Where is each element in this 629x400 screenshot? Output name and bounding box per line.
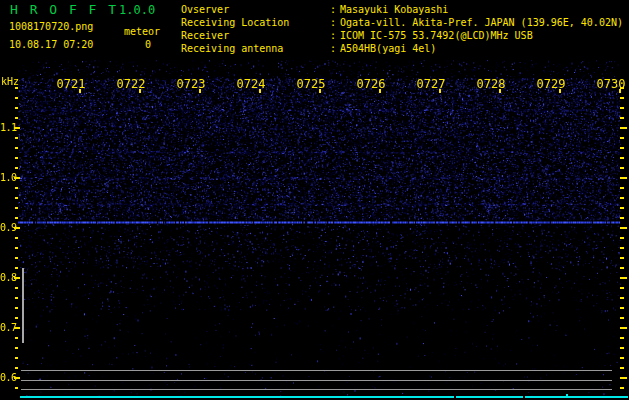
freq-minor-tick [15,217,18,219]
time-tick-label: 0722 [114,78,148,90]
level-trace-segment [20,396,454,398]
freq-minor-tick [15,337,18,339]
freq-tick-label: 1.1 [0,122,15,134]
app-version: 1.0.0 [119,3,155,17]
time-tick-mark [259,89,261,93]
freq-right-tick [620,147,624,149]
info-value: Masayuki Kobayashi [340,4,448,15]
freq-minor-tick [15,107,18,109]
freq-right-tick [620,117,624,119]
info-label: Receiver [181,30,229,41]
freq-right-tick [620,157,624,159]
freq-right-tick [620,217,624,219]
time-tick-label: 0723 [174,78,208,90]
level-trace-bump [566,394,568,396]
freq-minor-tick [15,147,18,149]
freq-minor-tick [15,367,18,369]
freq-right-tick [620,107,624,109]
freq-minor-tick [15,297,18,299]
freq-tick-label: 0.7 [0,322,15,334]
time-tick-mark [379,89,381,93]
level-gridline [21,380,612,381]
info-separator: : [330,30,336,41]
freq-right-tick [620,267,624,269]
datetime-label: 10.08.17 07:20 [9,39,93,50]
freq-right-tick [620,337,624,339]
time-tick-label: 0725 [294,78,328,90]
freq-minor-tick [15,357,18,359]
freq-right-tick [620,377,627,379]
freq-minor-tick [15,197,18,199]
freq-right-tick [620,287,624,289]
time-tick-label: 0727 [414,78,448,90]
freq-axis-unit: kHz [1,76,19,87]
freq-right-tick [620,207,624,209]
freq-minor-tick [15,247,18,249]
freq-right-tick [620,227,627,229]
info-label: Receiving antenna [181,43,283,54]
freq-minor-tick [15,267,18,269]
info-separator: : [330,43,336,54]
freq-right-tick [620,327,627,329]
time-tick-mark [319,89,321,93]
time-tick-label: 0729 [534,78,568,90]
freq-minor-tick [15,207,18,209]
freq-right-tick [620,367,624,369]
time-tick-mark [139,89,141,93]
freq-tick-label: 1.0 [0,172,15,184]
freq-minor-tick [15,137,18,139]
freq-minor-tick [15,347,18,349]
freq-major-tick [14,227,20,229]
freq-right-tick [620,127,627,129]
freq-major-tick [14,177,20,179]
freq-minor-tick [15,117,18,119]
level-gridline [21,389,612,390]
info-value: A504HB(yagi 4el) [340,43,436,54]
info-label: Ovserver [181,4,229,15]
freq-right-tick [620,247,624,249]
freq-major-tick [14,327,20,329]
time-tick-mark [439,89,441,93]
freq-minor-tick [15,307,18,309]
info-separator: : [330,17,336,28]
freq-right-tick [620,347,624,349]
freq-right-tick [620,387,624,389]
freq-right-tick [620,317,624,319]
freq-minor-tick [15,237,18,239]
freq-minor-tick [15,187,18,189]
freq-right-tick [620,357,624,359]
freq-right-tick [620,237,624,239]
freq-right-tick [620,297,624,299]
freq-right-tick [620,257,624,259]
level-trace-segment [525,396,628,398]
time-tick-label: 0721 [54,78,88,90]
level-gridline [21,370,612,371]
freq-minor-tick [15,257,18,259]
freq-right-tick [620,197,624,199]
time-tick-label: 0726 [354,78,388,90]
time-tick-mark [499,89,501,93]
freq-right-tick [620,177,627,179]
info-label: Receiving Location [181,17,289,28]
app-title: H R O F F T [10,2,118,17]
freq-minor-tick [15,387,18,389]
info-separator: : [330,4,336,15]
time-tick-mark [559,89,561,93]
time-tick-mark [79,89,81,93]
freq-major-tick [14,277,20,279]
freq-right-tick [620,87,624,89]
freq-tick-label: 0.8 [0,272,15,284]
freq-right-tick [620,137,624,139]
freq-minor-tick [15,317,18,319]
freq-tick-label: 0.9 [0,222,15,234]
time-tick-mark [199,89,201,93]
mode-label: meteor [124,26,160,37]
freq-right-tick [620,307,624,309]
freq-right-tick [620,167,624,169]
output-filename: 1008170720.png [9,21,93,32]
freq-right-tick [620,97,624,99]
freq-minor-tick [15,287,18,289]
freq-tick-label: 0.6 [0,372,15,384]
level-scale-bar [22,268,24,343]
time-tick-label: 0728 [474,78,508,90]
